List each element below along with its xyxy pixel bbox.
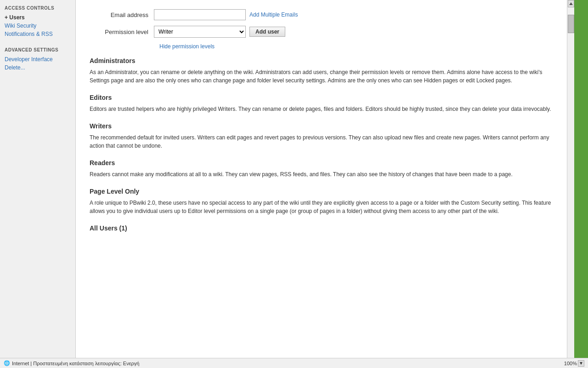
scrollbar[interactable]	[567, 0, 574, 358]
right-border	[574, 0, 588, 358]
scroll-up-button[interactable]	[568, 0, 574, 7]
status-bar: 🌐 Internet | Προστατευμένη κατάσταση λει…	[0, 358, 588, 368]
sidebar-item-notifications-rss[interactable]: Notifications & RSS	[5, 30, 71, 38]
zoom-dropdown-button[interactable]: ▼	[578, 360, 584, 367]
zoom-level-text: 100%	[564, 361, 577, 366]
writers-desc: The recommended default for invited user…	[90, 133, 553, 150]
administrators-title: Administrators	[90, 57, 553, 64]
email-row: Email address Add Multiple Emails	[90, 9, 553, 20]
administrators-desc: As an Administrator, you can rename or d…	[90, 68, 553, 85]
add-multiple-emails-link[interactable]: Add Multiple Emails	[249, 12, 298, 18]
page-level-only-title: Page Level Only	[90, 188, 553, 195]
readers-section: Readers Readers cannot make any modifica…	[90, 159, 553, 178]
editors-desc: Editors are trusted helpers who are high…	[90, 105, 553, 113]
main-content: Email address Add Multiple Emails Permis…	[76, 0, 567, 358]
email-label: Email address	[90, 12, 154, 18]
status-bar-right: 100% ▼	[564, 360, 584, 367]
email-input[interactable]	[154, 9, 246, 20]
internet-status-text: Internet | Προστατευμένη κατάσταση λειτο…	[12, 361, 139, 366]
readers-title: Readers	[90, 159, 553, 167]
access-controls-title: ACCESS CONTROLS	[5, 6, 71, 11]
permission-select[interactable]: Administrator Editor Writer Reader Page …	[154, 26, 246, 38]
sidebar-item-developer-interface[interactable]: Developer Interface	[5, 55, 71, 63]
sidebar-item-wiki-security[interactable]: Wiki Security	[5, 22, 71, 30]
writers-section: Writers The recommended default for invi…	[90, 122, 553, 150]
editors-title: Editors	[90, 94, 553, 101]
advanced-settings-title: ADVANCED SETTINGS	[5, 47, 71, 52]
editors-section: Editors Editors are trusted helpers who …	[90, 94, 553, 113]
scrollbar-thumb[interactable]	[568, 15, 574, 33]
writers-title: Writers	[90, 122, 553, 130]
status-bar-left: 🌐 Internet | Προστατευμένη κατάσταση λει…	[4, 360, 139, 366]
hide-permission-levels-link[interactable]: Hide permission levels	[159, 43, 553, 50]
add-user-button[interactable]: Add user	[249, 27, 285, 37]
page-level-only-section: Page Level Only A role unique to PBwiki …	[90, 188, 553, 215]
permission-label: Permission level	[90, 29, 154, 35]
zoom-controls[interactable]: 100% ▼	[564, 360, 584, 367]
globe-icon: 🌐	[4, 360, 10, 366]
svg-marker-0	[569, 2, 573, 5]
sidebar-item-delete[interactable]: Delete...	[5, 63, 71, 72]
sidebar-item-users[interactable]: Users	[5, 13, 71, 22]
permission-row: Permission level Administrator Editor Wr…	[90, 26, 553, 38]
administrators-section: Administrators As an Administrator, you …	[90, 57, 553, 85]
page-level-only-desc: A role unique to PBwiki 2.0, these users…	[90, 199, 553, 215]
all-users-heading: All Users (1)	[90, 224, 553, 232]
readers-desc: Readers cannot make any modifications at…	[90, 170, 553, 178]
